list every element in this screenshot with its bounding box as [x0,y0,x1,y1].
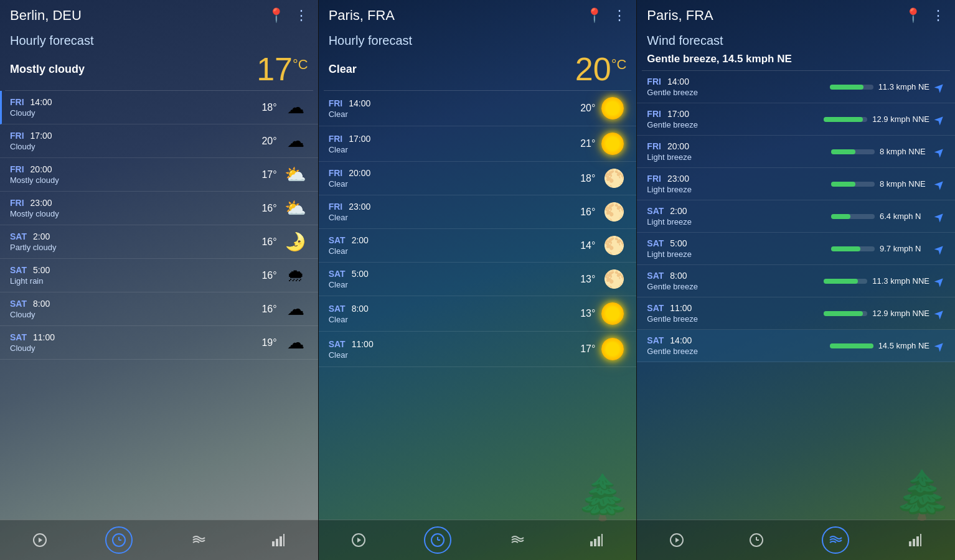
paris-wind-pin-icon[interactable]: 📍 [905,7,921,24]
paris-hourly-nav-current[interactable] [345,526,372,554]
weather-icon: 🌕 [601,237,626,254]
wind-forecast-time: SAT 8:00 [647,271,824,281]
wind-row[interactable]: FRI 20:00 Light breeze 8 kmph NNE ➤ [637,136,955,168]
wind-row-info: FRI 17:00 Gentle breeze [647,109,824,129]
forecast-time: SAT 11:00 [329,339,574,349]
forecast-temp: 20° [255,136,277,147]
wind-speed: 11.3 kmph NE [878,82,929,91]
wind-speed: 8 kmph NNE [880,179,929,189]
forecast-row[interactable]: SAT 5:00 Clear 13° 🌕 [319,263,637,296]
wind-row[interactable]: SAT 14:00 Gentle breeze 14.5 kmph NE ➤ [637,330,955,362]
forecast-row[interactable]: SAT 11:00 Clear 17° [319,332,637,367]
wind-row-info: FRI 23:00 Light breeze [647,174,831,194]
forecast-time: FRI 14:00 [10,97,255,107]
wind-row[interactable]: FRI 14:00 Gentle breeze 11.3 kmph NE ➤ [637,71,955,103]
wind-forecast-time: FRI 17:00 [647,109,824,119]
forecast-row[interactable]: FRI 17:00 Clear 21° [319,126,637,162]
wind-row[interactable]: FRI 23:00 Light breeze 8 kmph NNE ➤ [637,168,955,200]
forecast-condition: Cloudy [10,343,255,353]
time-label: 5:00 [33,265,50,275]
day-label: FRI [10,198,24,208]
paris-hourly-pin-icon[interactable]: 📍 [586,7,603,24]
berlin-nav-chart[interactable] [265,526,292,554]
berlin-nav-current[interactable] [26,526,54,554]
paris-wind-nav-chart[interactable] [901,526,929,554]
paris-hourly-nav-chart[interactable] [583,526,610,554]
wind-forecast-time: FRI 14:00 [647,77,829,86]
svg-rect-7 [280,536,282,546]
forecast-temp: 17° [573,343,595,355]
wind-row[interactable]: FRI 17:00 Gentle breeze 12.9 kmph NNE ➤ [637,103,955,136]
day-label: FRI [10,131,24,141]
forecast-row-info: FRI 17:00 Clear [329,134,574,154]
wind-bar [824,279,858,284]
paris-wind-nav-hourly[interactable] [743,526,770,554]
berlin-dots-icon[interactable]: ⋮ [294,7,308,24]
time-label: 2:00 [352,235,369,245]
time-label: 23:00 [31,198,52,208]
berlin-condition-text: Mostly cloudy [10,63,85,76]
day-label: SAT [10,265,27,275]
berlin-temp-large: 17°C [256,53,308,85]
forecast-row[interactable]: FRI 14:00 Clear 20° [319,91,637,126]
wind-row-right: 11.3 kmph NE ➤ [830,80,945,95]
time-label: 5:00 [352,269,369,279]
forecast-time: SAT 2:00 [329,235,574,245]
wind-row[interactable]: SAT 5:00 Light breeze 9.7 kmph N ➤ [637,233,955,265]
wind-type: Light breeze [647,185,831,194]
wind-direction-icon: ➤ [931,272,949,290]
forecast-temp: 18° [573,173,595,184]
svg-marker-10 [357,538,361,543]
forecast-row[interactable]: SAT 5:00 Light rain 16° 🌧 [0,259,318,292]
forecast-row[interactable]: FRI 14:00 Cloudy 18° ☁ [0,91,318,124]
forecast-row[interactable]: FRI 20:00 Mostly cloudy 17° ⛅ [0,158,318,192]
svg-rect-16 [598,536,600,546]
forecast-row[interactable]: SAT 11:00 Cloudy 19° ☁ [0,326,318,360]
wind-type: Light breeze [647,217,831,226]
wind-bar-container [831,246,875,251]
paris-wind-nav-current[interactable] [663,526,690,554]
wind-direction-icon: ➤ [931,175,949,193]
wind-row[interactable]: SAT 2:00 Light breeze 6.4 kmph N ➤ [637,200,955,233]
paris-wind-header-icons: 📍 ⋮ [905,7,945,24]
berlin-nav-wind[interactable] [185,526,212,554]
forecast-condition: Cloudy [10,108,255,118]
paris-hourly-nav-hourly[interactable] [424,526,451,554]
wind-direction-icon: ➤ [931,207,949,225]
time-label: 2:00 [33,231,50,241]
wind-direction-icon: ➤ [931,78,949,96]
time-label: 14:00 [349,98,370,108]
forecast-right: 16° 🌧 [255,267,308,284]
wind-bar [831,246,860,251]
berlin-current-condition: Mostly cloudy 17°C [0,50,318,90]
paris-hourly-dots-icon[interactable]: ⋮ [613,7,626,24]
forecast-row[interactable]: FRI 20:00 Clear 18° 🌕 [319,162,637,195]
wind-row[interactable]: SAT 11:00 Gentle breeze 12.9 kmph NNE ➤ [637,297,955,330]
forecast-row[interactable]: SAT 8:00 Cloudy 16° ☁ [0,292,318,326]
wind-row-info: SAT 5:00 Light breeze [647,238,831,259]
berlin-pin-icon[interactable]: 📍 [268,7,285,24]
forecast-row[interactable]: SAT 2:00 Partly cloudy 16° 🌛 [0,225,318,259]
wind-row-right: 6.4 kmph N ➤ [831,209,945,224]
forecast-row-info: SAT 5:00 Clear [329,269,574,289]
paris-wind-nav-wind[interactable] [822,526,849,554]
wind-row[interactable]: SAT 8:00 Gentle breeze 11.3 kmph NNE ➤ [637,265,955,297]
berlin-nav-hourly[interactable] [105,526,133,554]
day-label: SAT [329,339,346,349]
forecast-condition: Clear [329,315,574,324]
wind-speed: 9.7 kmph N [880,244,929,253]
forecast-time: FRI 20:00 [329,168,574,178]
paris-wind-dots-icon[interactable]: ⋮ [931,7,945,24]
paris-hourly-nav-wind[interactable] [504,526,531,554]
forecast-row[interactable]: SAT 8:00 Clear 13° [319,296,637,332]
forecast-row[interactable]: SAT 2:00 Clear 14° 🌕 [319,229,637,263]
paris-hourly-condition: Clear 20°C [319,50,637,90]
wind-forecast-time: SAT 5:00 [647,238,831,248]
forecast-row-info: FRI 20:00 Mostly cloudy [10,164,255,185]
forecast-time: SAT 5:00 [329,269,574,279]
forecast-right: 16° ☁ [255,301,308,318]
forecast-row[interactable]: FRI 17:00 Cloudy 20° ☁ [0,124,318,158]
forecast-row[interactable]: FRI 23:00 Mostly cloudy 16° ⛅ [0,192,318,225]
forecast-row[interactable]: FRI 23:00 Clear 16° 🌕 [319,195,637,229]
wind-forecast-time: FRI 20:00 [647,141,831,151]
